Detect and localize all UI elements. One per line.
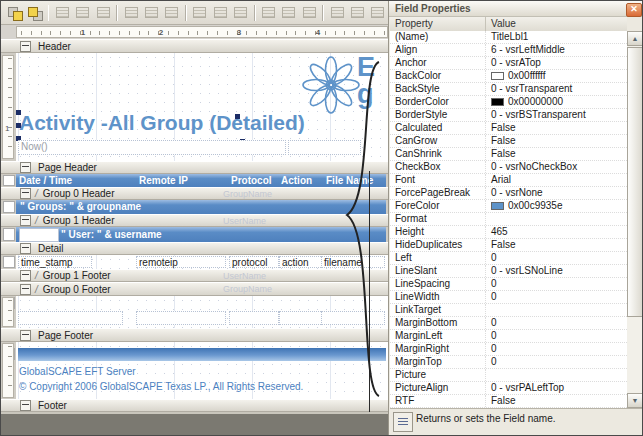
user-band[interactable]: " User: " & username bbox=[16, 227, 386, 242]
collapse-icon[interactable] bbox=[20, 330, 31, 341]
property-value[interactable]: 0 - vsrLSNoLine bbox=[486, 265, 627, 277]
make-same-height-icon[interactable] bbox=[211, 4, 229, 22]
align-center-icon[interactable] bbox=[74, 4, 92, 22]
property-name[interactable]: MarginRight bbox=[390, 343, 486, 355]
section-bar-group1-header[interactable]: / Group 1 Header UserName bbox=[1, 214, 388, 227]
section-bar-group0-footer[interactable]: / Group 0 Footer GroupName bbox=[1, 282, 388, 296]
property-name[interactable]: MarginTop bbox=[390, 356, 486, 368]
collapse-icon[interactable] bbox=[20, 215, 31, 226]
property-name[interactable]: LineSpacing bbox=[390, 278, 486, 290]
decrease-vertical-spacing-icon[interactable] bbox=[369, 4, 387, 22]
property-row-marginbottom[interactable]: MarginBottom0 bbox=[390, 317, 627, 330]
row-selector[interactable] bbox=[3, 201, 15, 213]
property-value[interactable]: 0 bbox=[486, 343, 627, 355]
property-value[interactable]: 0 bbox=[486, 330, 627, 342]
detail-field-protocol[interactable]: protocol bbox=[229, 256, 279, 268]
property-value[interactable]: TitleLbl1 bbox=[486, 31, 627, 43]
property-row--name-[interactable]: (Name)TitleLbl1 bbox=[390, 31, 627, 44]
property-row-backcolor[interactable]: BackColor0x00ffffff bbox=[390, 70, 627, 83]
footer-copyright-label[interactable]: © Copyright 2006 GlobalSCAPE Texas LP., … bbox=[19, 381, 303, 392]
property-value[interactable]: False bbox=[486, 135, 627, 147]
curly-brace-graphic[interactable] bbox=[338, 59, 384, 399]
groups-band[interactable]: " Groups: " & groupname bbox=[16, 200, 386, 214]
footer-server-label[interactable]: GlobalSCAPE EFT Server bbox=[19, 366, 136, 377]
section-bar-header[interactable]: Header bbox=[1, 39, 388, 53]
property-value[interactable]: 0x00000000 bbox=[486, 96, 627, 108]
empty-field[interactable] bbox=[279, 311, 323, 325]
space-evenly-across-icon[interactable] bbox=[260, 4, 278, 22]
field-list-button[interactable] bbox=[393, 412, 413, 432]
property-name[interactable]: Font bbox=[390, 174, 486, 186]
page-footer-content[interactable]: GlobalSCAPE EFT Server © Copyright 2006 … bbox=[16, 342, 388, 399]
vertical-scrollbar[interactable]: ▲ ▼ bbox=[627, 31, 643, 408]
property-row-height[interactable]: Height465 bbox=[390, 226, 627, 239]
align-top-icon[interactable] bbox=[122, 4, 140, 22]
property-name[interactable]: MarginLeft bbox=[390, 330, 486, 342]
property-row-left[interactable]: Left0 bbox=[390, 252, 627, 265]
header-section-content[interactable]: Activity -All Group (Detailed) Now() bbox=[16, 53, 388, 161]
property-value[interactable]: 0 bbox=[486, 317, 627, 329]
empty-field[interactable] bbox=[19, 228, 59, 242]
section-bar-footer[interactable]: Footer bbox=[1, 399, 388, 412]
property-value[interactable]: 0 - vsrNone bbox=[486, 187, 627, 199]
footer-blue-bar[interactable] bbox=[18, 348, 386, 361]
selection-handle[interactable] bbox=[235, 114, 240, 119]
row-selector[interactable] bbox=[3, 228, 15, 241]
property-row-forecolor[interactable]: ForeColor0x00c9935e bbox=[390, 200, 627, 213]
property-name[interactable]: BorderColor bbox=[390, 96, 486, 108]
property-name[interactable]: Anchor bbox=[390, 57, 486, 69]
property-row-font[interactable]: FontArial bbox=[390, 174, 627, 187]
scrollbar-thumb[interactable] bbox=[627, 47, 643, 317]
property-row-hideduplicates[interactable]: HideDuplicatesFalse bbox=[390, 239, 627, 252]
collapse-icon[interactable] bbox=[20, 400, 31, 411]
property-name[interactable]: LineSlant bbox=[390, 265, 486, 277]
collapse-icon[interactable] bbox=[20, 284, 31, 295]
property-value[interactable]: 465 bbox=[486, 226, 627, 238]
send-to-back-icon[interactable] bbox=[25, 4, 43, 22]
property-row-backstyle[interactable]: BackStyle0 - vsrTransparent bbox=[390, 83, 627, 96]
property-name[interactable]: BorderStyle bbox=[390, 109, 486, 121]
section-bar-detail[interactable]: Detail bbox=[1, 242, 388, 255]
align-right-icon[interactable] bbox=[94, 4, 112, 22]
property-row-align[interactable]: Align6 - vsrLeftMiddle bbox=[390, 44, 627, 57]
selection-handle[interactable] bbox=[16, 123, 21, 128]
property-row-checkbox[interactable]: CheckBox0 - vsrNoCheckBox bbox=[390, 161, 627, 174]
property-column-header[interactable]: Property bbox=[390, 17, 486, 31]
property-row-linespacing[interactable]: LineSpacing0 bbox=[390, 278, 627, 291]
property-value[interactable]: 6 - vsrLeftMiddle bbox=[486, 44, 627, 56]
empty-field[interactable] bbox=[18, 311, 123, 325]
property-name[interactable]: MarginBottom bbox=[390, 317, 486, 329]
property-name[interactable]: LineWidth bbox=[390, 291, 486, 303]
property-name[interactable]: CanShrink bbox=[390, 148, 486, 160]
property-name[interactable]: RTF bbox=[390, 395, 486, 407]
property-value[interactable]: False bbox=[486, 395, 627, 407]
column-headers-band[interactable]: Date / Time Remote IP Protocol Action Fi… bbox=[16, 174, 386, 187]
decrease-horizontal-spacing-icon[interactable] bbox=[300, 4, 318, 22]
property-name[interactable]: Calculated bbox=[390, 122, 486, 134]
property-value[interactable]: 0 bbox=[486, 278, 627, 290]
space-evenly-down-icon[interactable] bbox=[328, 4, 346, 22]
property-row-marginleft[interactable]: MarginLeft0 bbox=[390, 330, 627, 343]
increase-horizontal-spacing-icon[interactable] bbox=[280, 4, 298, 22]
selection-handle[interactable] bbox=[16, 110, 21, 115]
property-name[interactable]: Height bbox=[390, 226, 486, 238]
property-row-linewidth[interactable]: LineWidth0 bbox=[390, 291, 627, 304]
make-same-size-icon[interactable] bbox=[231, 4, 249, 22]
property-value[interactable]: 0 - vsrTransparent bbox=[486, 83, 627, 95]
collapse-icon[interactable] bbox=[20, 270, 31, 281]
property-row-picture[interactable]: Picture bbox=[390, 369, 627, 382]
section-bar-page-footer[interactable]: Page Footer bbox=[1, 328, 388, 342]
property-value[interactable]: 0x00c9935e bbox=[486, 200, 627, 212]
property-value[interactable]: 0 - vsrNoCheckBox bbox=[486, 161, 627, 173]
property-value[interactable]: 0 - vsrBSTransparent bbox=[486, 109, 627, 121]
property-name[interactable]: Align bbox=[390, 44, 486, 56]
property-row-anchor[interactable]: Anchor0 - vsrATop bbox=[390, 57, 627, 70]
property-name[interactable]: BackStyle bbox=[390, 83, 486, 95]
increase-vertical-spacing-icon[interactable] bbox=[349, 4, 367, 22]
property-row-canshrink[interactable]: CanShrinkFalse bbox=[390, 148, 627, 161]
row-selector[interactable] bbox=[3, 256, 15, 268]
detail-section-content[interactable]: time_stamp remoteip protocol action file… bbox=[16, 255, 388, 269]
align-left-icon[interactable] bbox=[53, 4, 71, 22]
property-row-cangrow[interactable]: CanGrowFalse bbox=[390, 135, 627, 148]
property-row-picturealign[interactable]: PictureAlign0 - vsrPALeftTop bbox=[390, 382, 627, 395]
